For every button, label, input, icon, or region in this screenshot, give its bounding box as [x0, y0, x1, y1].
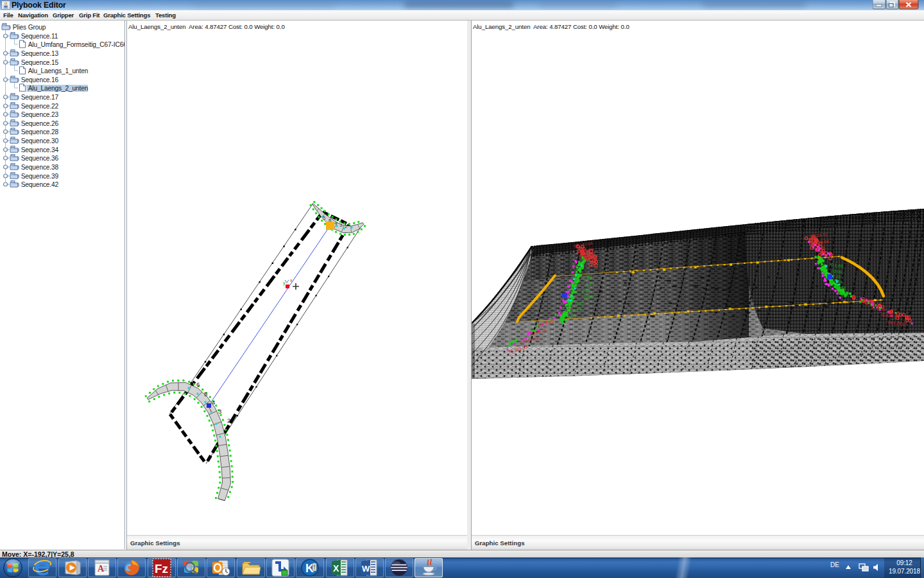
svg-text:5: 5 [323, 215, 326, 221]
svg-text:W: W [362, 564, 370, 574]
svg-text:3: 3 [339, 222, 343, 228]
svg-text:6: 6 [196, 381, 200, 388]
svg-text:4: 4 [212, 399, 215, 406]
svg-text:x: x [290, 277, 293, 283]
svg-text:4: 4 [334, 220, 338, 226]
svg-text:5: 5 [204, 390, 207, 398]
svg-text:2: 2 [345, 223, 348, 229]
svg-text:X: X [333, 563, 339, 574]
svg-text:3: 3 [218, 408, 221, 415]
svg-text:2: 2 [227, 417, 230, 424]
svg-text:Fz: Fz [155, 562, 168, 575]
svg-text:y: y [283, 280, 286, 286]
